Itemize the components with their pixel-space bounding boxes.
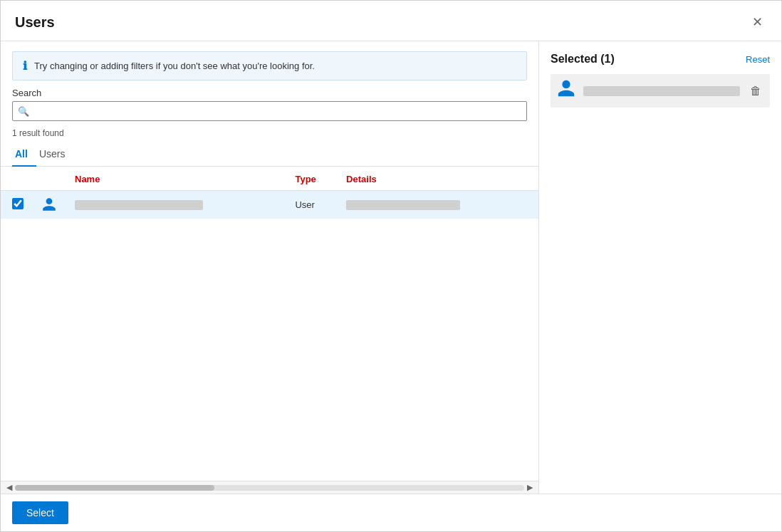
scrollbar-thumb[interactable] xyxy=(15,485,214,491)
reset-button[interactable]: Reset xyxy=(746,54,770,65)
scrollbar-track[interactable] xyxy=(15,485,524,491)
search-input-wrapper: 🔍 xyxy=(12,101,527,121)
tab-all[interactable]: All xyxy=(12,144,36,167)
scroll-left-arrow[interactable]: ◀ xyxy=(4,483,15,492)
selected-name-bar xyxy=(583,86,740,96)
scroll-right-arrow[interactable]: ▶ xyxy=(524,483,536,492)
close-button[interactable]: ✕ xyxy=(747,12,767,32)
col-checkbox xyxy=(1,167,29,191)
info-banner-text: Try changing or adding filters if you do… xyxy=(34,61,315,71)
row-checkbox-cell xyxy=(1,191,29,219)
dialog-body: ℹ Try changing or adding filters if you … xyxy=(1,41,781,494)
col-icon xyxy=(29,167,69,191)
col-name: Name xyxy=(69,167,289,191)
user-icon xyxy=(35,197,63,212)
selected-title: Selected (1) xyxy=(551,53,615,66)
row-icon-cell xyxy=(29,191,69,219)
col-details: Details xyxy=(340,167,538,191)
selected-item: 🗑 xyxy=(551,74,770,108)
result-count: 1 result found xyxy=(1,125,538,138)
tab-users[interactable]: Users xyxy=(36,144,74,167)
selected-header: Selected (1) Reset xyxy=(551,53,770,66)
search-section: Search 🔍 xyxy=(1,88,538,125)
selected-user-icon xyxy=(556,78,576,103)
select-button[interactable]: Select xyxy=(12,501,68,524)
users-table: Name Type Details xyxy=(1,167,538,219)
row-type-cell: User xyxy=(289,191,340,219)
horizontal-scrollbar[interactable]: ◀ ▶ xyxy=(1,481,538,494)
col-type: Type xyxy=(289,167,340,191)
row-checkbox[interactable] xyxy=(12,198,24,209)
tabs-bar: All Users xyxy=(1,138,538,167)
info-banner: ℹ Try changing or adding filters if you … xyxy=(12,51,527,80)
search-input[interactable] xyxy=(12,101,527,121)
search-label: Search xyxy=(12,88,527,98)
main-panel: ℹ Try changing or adding filters if you … xyxy=(1,41,539,494)
right-panel: Selected (1) Reset 🗑 xyxy=(539,41,781,494)
row-details-cell xyxy=(340,191,538,219)
table-header-row: Name Type Details xyxy=(1,167,538,191)
details-redacted xyxy=(346,200,460,210)
delete-selected-button[interactable]: 🗑 xyxy=(747,83,764,99)
info-icon: ℹ xyxy=(23,59,27,73)
dialog-header: Users ✕ xyxy=(1,1,781,41)
table-section: Name Type Details xyxy=(1,167,538,481)
search-icon: 🔍 xyxy=(18,106,29,117)
dialog-footer: Select xyxy=(1,494,781,531)
dialog-title: Users xyxy=(15,14,55,31)
table-row: User xyxy=(1,191,538,219)
row-name-cell xyxy=(69,191,289,219)
name-redacted xyxy=(75,200,203,210)
users-dialog: Users ✕ ℹ Try changing or adding filters… xyxy=(0,0,782,532)
